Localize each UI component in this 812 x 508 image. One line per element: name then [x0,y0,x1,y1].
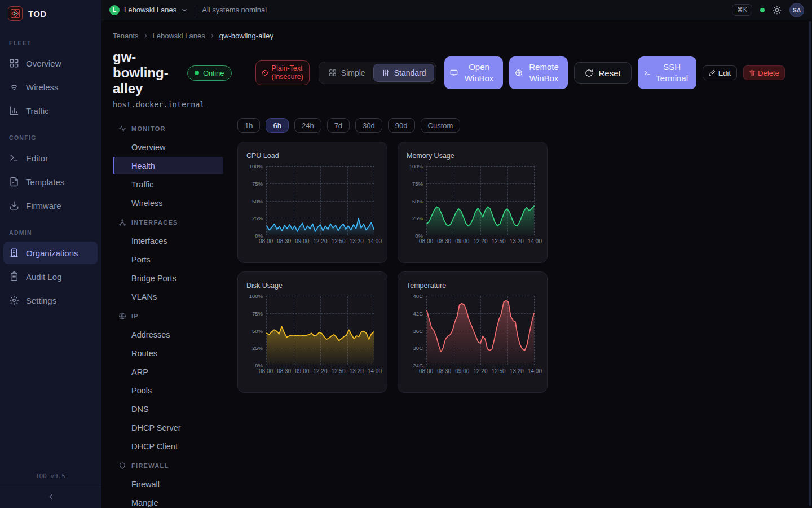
sidebar-item-traffic[interactable]: Traffic [3,99,98,122]
subnav-section-label: FIREWALL [131,462,169,469]
x-axis-tick: 08:30 [437,238,451,244]
sidebar-section-label-fleet: FLEET [0,40,101,46]
delete-button[interactable]: Delete [743,65,785,80]
chart-x-axis: 08:0008:3009:0012:2012:5013:2014:00 [259,238,382,244]
time-range-6h[interactable]: 6h [266,118,288,133]
x-axis-tick: 13:20 [350,368,364,374]
time-range-24h[interactable]: 24h [294,118,321,133]
user-avatar[interactable]: SA [789,3,804,17]
reset-button[interactable]: Reset [574,62,631,84]
time-range-7d[interactable]: 7d [327,118,350,133]
device-header: gw-bowling-alley Online Plain-Text (Inse… [113,49,809,97]
subnav-item-addresses[interactable]: Addresses [113,326,223,343]
chart-x-axis: 08:0008:3009:0012:2012:5013:2014:00 [259,368,382,374]
command-palette-button[interactable]: ⌘K [732,4,752,16]
delete-label: Delete [758,69,779,77]
time-range-1h[interactable]: 1h [237,118,260,133]
subnav-item-ports[interactable]: Ports [113,251,223,268]
breadcrumb-tenant-name[interactable]: Lebowski Lanes [153,32,205,40]
sidebar-collapse-button[interactable] [0,487,101,508]
open-winbox-button[interactable]: Open WinBox [444,56,503,89]
subnav-section-label: INTERFACES [131,219,178,226]
x-axis-tick: 14:00 [528,238,542,244]
subnav-item-routes[interactable]: Routes [113,344,223,362]
sidebar-item-templates[interactable]: Templates [3,170,98,193]
x-axis-tick: 13:20 [510,368,524,374]
subnav-item-pools[interactable]: Pools [113,382,223,399]
device-host: host.docker.internal [113,100,809,109]
x-axis-tick: 08:00 [419,238,433,244]
sidebar-item-firmware[interactable]: Firmware [3,194,98,217]
grid-icon [9,58,19,68]
edit-button[interactable]: Edit [703,65,737,80]
subnav-item-bridge-ports[interactable]: Bridge Ports [113,269,223,287]
tenant-selector[interactable]: L Lebowski Lanes [109,5,188,15]
pulse-icon [118,125,126,133]
y-axis-tick: 75% [252,310,263,316]
sidebar-item-settings[interactable]: Settings [3,289,98,312]
sidebar-item-label: Traffic [26,106,49,116]
app-logo-row: TOD [0,0,101,27]
warning-line-1: Plain-Text [272,64,303,73]
subnav-item-interfaces[interactable]: Interfaces [113,232,223,249]
ssh-terminal-button[interactable]: SSH Terminal [638,56,696,89]
chart-card-memory-usage: Memory Usage 08:0008:3009:0012:2012:5013… [398,142,548,263]
subnav-item-dhcp-client[interactable]: DHCP Client [113,437,223,455]
sidebar-section-label-admin: ADMIN [0,229,101,236]
subnav-section-label: IP [131,313,139,319]
x-axis-tick: 09:00 [295,238,309,244]
online-dot-icon [195,71,199,75]
clipboard-icon [9,271,19,282]
breadcrumb-tenants[interactable]: Tenants [113,32,139,40]
y-axis-tick: 36C [413,327,423,334]
theme-toggle-sun-icon[interactable] [773,6,782,15]
refresh-icon [585,69,593,77]
subnav-item-health[interactable]: Health [113,157,223,174]
chart-plot: 08:0008:3009:0012:2012:5013:2014:00 48C4… [426,296,535,365]
chart-plot: 08:0008:3009:0012:2012:5013:2014:00 100%… [266,166,374,235]
subnav-item-traffic[interactable]: Traffic [113,176,223,193]
grid-icon [329,69,337,77]
x-axis-tick: 08:30 [277,238,291,244]
subnav-item-arp[interactable]: ARP [113,363,223,380]
y-axis-tick: 0% [255,362,263,369]
sidebar-item-audit-log[interactable]: Audit Log [3,265,98,288]
subnav-item-firewall[interactable]: Firewall [113,475,223,493]
x-axis-tick: 12:50 [492,368,506,374]
subnav-item-wireless[interactable]: Wireless [113,194,223,212]
subnav-item-overview[interactable]: Overview [113,138,223,156]
chart-card-cpu-load: CPU Load 08:0008:3009:0012:2012:5013:201… [237,142,387,263]
sidebar-item-label: Overview [26,59,61,68]
sidebar-item-overview[interactable]: Overview [3,52,98,75]
sidebar-item-label: Organizations [26,248,78,258]
insecure-warning-badge: Plain-Text (Insecure) [255,60,310,85]
time-range-custom[interactable]: Custom [421,118,461,133]
sidebar-item-editor[interactable]: Editor [3,147,98,169]
subnav-item-vlans[interactable]: VLANs [113,288,223,305]
chevron-right-icon [143,33,149,39]
globe-icon [515,69,523,77]
sidebar-item-organizations[interactable]: Organizations [3,242,98,264]
time-range-90d[interactable]: 90d [388,118,415,133]
chart-plot: 08:0008:3009:0012:2012:5013:2014:00 100%… [426,166,535,235]
main-content: Tenants Lebowski Lanes gw-bowling-alley … [102,20,809,508]
subnav-item-dns[interactable]: DNS [113,400,223,418]
view-mode-standard[interactable]: Standard [373,64,435,82]
subnav-item-dhcp-server[interactable]: DHCP Server [113,419,223,436]
subnav-section-monitor: MONITOR [113,120,223,137]
subnav-section-interfaces: INTERFACES [113,214,223,231]
view-mode-simple[interactable]: Simple [321,64,373,82]
monitor-icon [450,69,458,77]
remote-winbox-button[interactable]: Remote WinBox [509,56,568,89]
sidebar-item-wireless[interactable]: Wireless [3,76,98,98]
page-scrollbar[interactable] [809,21,811,506]
y-axis-tick: 0% [415,233,423,239]
download-icon [9,200,19,211]
y-axis-tick: 50% [252,198,263,204]
x-axis-tick: 12:20 [313,368,327,374]
topbar-divider [195,6,195,15]
breadcrumb: Tenants Lebowski Lanes gw-bowling-alley [113,32,809,40]
time-range-30d[interactable]: 30d [355,118,382,133]
chart-x-axis: 08:0008:3009:0012:2012:5013:2014:00 [419,238,542,244]
subnav-item-mangle[interactable]: Mangle [113,494,223,508]
